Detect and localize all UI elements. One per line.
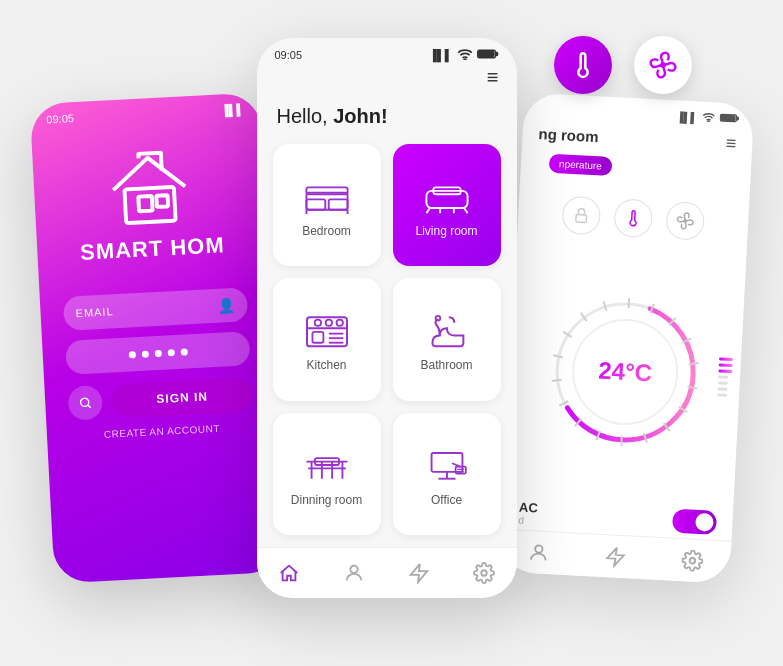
svg-rect-51: [575, 214, 586, 222]
room-card-office[interactable]: Office: [393, 413, 501, 535]
ac-sub: d: [518, 515, 537, 527]
dot3: [154, 349, 161, 356]
svg-point-47: [707, 121, 709, 122]
menu-icon-center[interactable]: ≡: [487, 66, 499, 89]
svg-point-76: [660, 62, 666, 68]
bathroom-label: Bathroom: [420, 358, 472, 372]
nav-home[interactable]: [278, 562, 300, 584]
status-bar-left: 09:05 ▐▌▌: [29, 92, 260, 126]
room-card-bathroom[interactable]: Bathroom: [393, 278, 501, 400]
temp-phone: ▐▌▌ ng room ≡ npera: [499, 92, 754, 583]
svg-point-3: [80, 398, 89, 407]
top-bar-center: ≡: [257, 66, 517, 97]
svg-point-45: [350, 566, 357, 573]
ac-label: AC: [518, 500, 538, 516]
svg-rect-1: [138, 196, 152, 211]
gauge-ring[interactable]: 24°C: [541, 288, 709, 456]
svg-rect-26: [312, 332, 323, 343]
menu-icon-right[interactable]: ≡: [725, 133, 737, 155]
login-form: EMAIL 👤: [62, 287, 250, 375]
svg-line-56: [628, 298, 629, 308]
wifi-icon: [457, 48, 473, 62]
screens-container: 09:05 ▐▌▌ SMART HOM EMAIL 👤: [12, 18, 772, 648]
side-ticks: [717, 357, 733, 397]
svg-line-4: [88, 405, 91, 408]
dot5: [180, 348, 187, 355]
dot1: [128, 351, 135, 358]
svg-rect-7: [495, 53, 497, 56]
float-thermometer-icon[interactable]: [554, 36, 612, 94]
svg-point-46: [481, 570, 487, 576]
svg-point-74: [535, 545, 543, 553]
battery-icon: [477, 48, 499, 62]
password-field[interactable]: [65, 331, 251, 375]
ac-toggle[interactable]: [671, 509, 716, 535]
living-room-label: Living room: [415, 224, 477, 238]
temperature-value: 24°C: [597, 357, 652, 388]
bedroom-label: Bedroom: [302, 224, 351, 238]
svg-rect-11: [328, 200, 347, 210]
dinning-room-icon: [303, 445, 351, 485]
search-icon-circle[interactable]: [67, 385, 103, 421]
status-icons-center: ▐▌▌: [429, 48, 498, 62]
status-bar-center: 09:05 ▐▌▌: [257, 38, 517, 66]
room-card-living-room[interactable]: Living room: [393, 144, 501, 266]
room-card-kitchen[interactable]: Kitchen: [273, 278, 381, 400]
login-phone: 09:05 ▐▌▌ SMART HOM EMAIL 👤: [29, 92, 284, 583]
kitchen-icon: [303, 310, 351, 350]
room-card-bedroom[interactable]: Bedroom: [273, 144, 381, 266]
nav-activity-right[interactable]: [603, 545, 626, 568]
svg-point-5: [464, 59, 466, 60]
room-card-dinning-room[interactable]: Dinning room: [273, 413, 381, 535]
room-title-right: ng room: [538, 125, 599, 145]
user-icon: 👤: [216, 297, 235, 314]
nav-settings[interactable]: [473, 562, 495, 584]
svg-line-65: [621, 436, 622, 446]
ac-info: AC d: [518, 500, 538, 527]
living-room-icon: [423, 176, 471, 216]
signal-right: ▐▌▌: [676, 111, 698, 123]
bottom-nav-center: [257, 547, 517, 598]
office-label: Office: [431, 493, 462, 507]
bedroom-icon: [303, 176, 351, 216]
dot4: [167, 349, 174, 356]
svg-point-23: [314, 320, 320, 326]
signin-button[interactable]: SIGN IN: [111, 377, 253, 418]
svg-point-25: [336, 320, 342, 326]
svg-rect-2: [156, 195, 168, 207]
rooms-grid: Bedroom Living room: [257, 144, 517, 535]
float-fan-icon[interactable]: [634, 36, 692, 94]
dinning-room-label: Dinning room: [291, 493, 362, 507]
svg-line-16: [426, 208, 429, 213]
toggle-knob: [695, 513, 714, 532]
nav-activity[interactable]: [408, 562, 430, 584]
create-account-label[interactable]: CREATE AN ACCOUNT: [103, 423, 220, 440]
kitchen-label: Kitchen: [306, 358, 346, 372]
thermometer-control[interactable]: [613, 198, 653, 238]
nav-profile-right[interactable]: [527, 541, 550, 564]
svg-line-60: [688, 363, 698, 364]
signal-icon: ▐▌▌: [429, 49, 452, 61]
time-center: 09:05: [275, 49, 303, 61]
svg-line-69: [551, 380, 561, 381]
nav-profile[interactable]: [343, 562, 365, 584]
brand-text: SMART HOM: [79, 232, 225, 266]
lock-control[interactable]: [561, 195, 601, 235]
nav-settings-right[interactable]: [680, 549, 703, 572]
svg-rect-8: [478, 51, 493, 56]
action-row: SIGN IN: [67, 377, 253, 421]
email-field[interactable]: EMAIL 👤: [62, 287, 248, 331]
dot2: [141, 350, 148, 357]
svg-rect-49: [736, 117, 738, 120]
svg-rect-10: [306, 200, 325, 210]
time-left: 09:05: [46, 112, 74, 125]
temp-tab[interactable]: nperature: [548, 154, 612, 176]
fan-control[interactable]: [665, 201, 705, 241]
house-icon: [102, 146, 196, 231]
battery-right: [719, 113, 740, 126]
main-phone: 09:05 ▐▌▌: [257, 38, 517, 598]
svg-point-75: [689, 558, 695, 564]
svg-rect-50: [721, 115, 735, 120]
office-icon: [423, 445, 471, 485]
svg-point-30: [435, 316, 440, 321]
